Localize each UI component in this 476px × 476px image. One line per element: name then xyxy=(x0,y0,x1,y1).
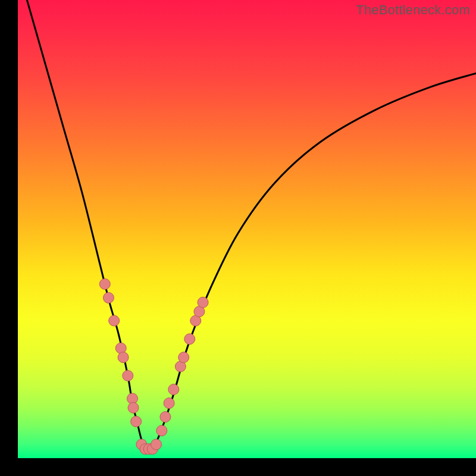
data-point-icon xyxy=(175,361,186,372)
data-point-icon xyxy=(115,343,126,353)
data-point-icon xyxy=(156,425,167,436)
data-point-icon xyxy=(99,278,110,289)
bottleneck-curve xyxy=(27,0,476,450)
data-point-icon xyxy=(123,370,133,381)
data-point-icon xyxy=(140,444,151,455)
data-point-icon xyxy=(127,393,138,404)
data-point-icon xyxy=(103,293,114,303)
data-point-icon xyxy=(147,444,158,455)
data-point-icon xyxy=(109,315,120,326)
chart-plot-area: TheBottleneck.com xyxy=(18,0,476,458)
data-point-icon xyxy=(118,352,129,363)
data-points-group xyxy=(99,278,208,454)
data-point-icon xyxy=(151,439,162,450)
data-point-icon xyxy=(198,297,208,308)
data-point-icon xyxy=(128,402,139,413)
data-point-icon xyxy=(194,306,205,317)
data-point-icon xyxy=(131,416,142,427)
chart-overlay xyxy=(18,0,476,458)
watermark-label: TheBottleneck.com xyxy=(356,2,470,18)
data-point-icon xyxy=(164,398,174,409)
data-point-icon xyxy=(143,444,154,455)
data-point-icon xyxy=(160,412,171,422)
data-point-icon xyxy=(184,334,195,345)
data-point-icon xyxy=(168,384,179,395)
data-point-icon xyxy=(136,439,147,450)
data-point-icon xyxy=(178,352,189,363)
data-point-icon xyxy=(190,315,201,326)
